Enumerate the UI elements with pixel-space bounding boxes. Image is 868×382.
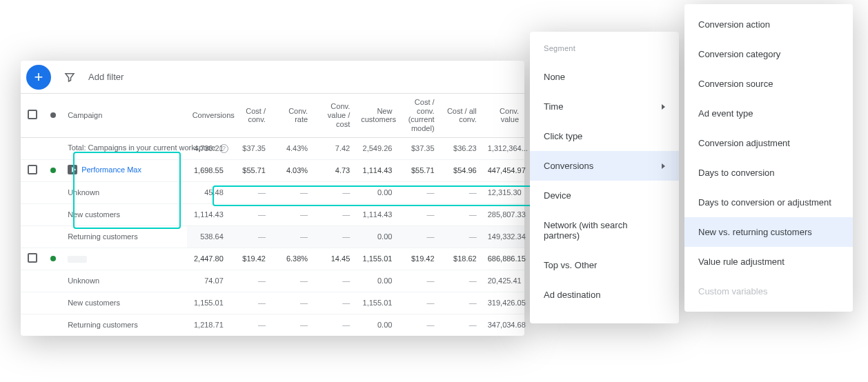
row-checkbox[interactable] — [28, 253, 37, 263]
cell: — — [397, 314, 440, 336]
menu-item-label: Top vs. Other — [544, 260, 597, 270]
col-new-customers[interactable]: New customers — [355, 94, 397, 137]
filter-bar: + Add filter — [21, 61, 524, 94]
cell: 4.03% — [271, 159, 313, 181]
submenu-item[interactable]: Conversion category — [684, 39, 853, 69]
conversions-submenu: Conversion actionConversion categoryConv… — [684, 4, 853, 312]
chevron-right-icon — [662, 104, 665, 110]
cell: 1,114.43 — [355, 203, 397, 225]
cell: 0.00 — [355, 225, 397, 248]
total-row: Total: Campaigns in your current workspa… — [21, 137, 524, 159]
menu-item-label: None — [544, 72, 565, 82]
submenu-item[interactable]: Ad event type — [684, 99, 853, 128]
pmax-icon — [68, 165, 77, 174]
submenu-item[interactable]: Conversion adjustment — [684, 128, 853, 158]
cell: 0.00 — [355, 314, 397, 336]
segment-name: Unknown — [62, 270, 186, 292]
segment-menu: Segment NoneTimeClick typeConversionsDev… — [530, 32, 679, 323]
segment-name: Unknown — [62, 181, 186, 203]
cell: — — [229, 181, 271, 203]
cell: — — [229, 225, 271, 248]
select-all-checkbox[interactable] — [28, 110, 37, 119]
menu-item-label: Ad destination — [544, 290, 600, 300]
cell: — — [397, 225, 440, 248]
campaigns-table: Campaign Conversions Cost / conv. Conv. … — [21, 94, 524, 336]
col-conversions[interactable]: Conversions — [187, 94, 229, 137]
cell: — — [271, 314, 313, 336]
submenu-item[interactable]: New vs. returning customers — [684, 217, 853, 247]
cell: 1,114.43 — [355, 159, 397, 181]
campaign-row[interactable]: Performance Max1,698.55$55.714.03%4.731,… — [21, 159, 524, 181]
cell: — — [440, 314, 482, 336]
add-button[interactable]: + — [26, 65, 51, 90]
cell: 1,312,364... — [482, 137, 524, 159]
submenu-item[interactable]: Value rule adjustment — [684, 247, 853, 277]
cell: $36.23 — [440, 137, 482, 159]
menu-item-label: Days to conversion — [698, 168, 775, 178]
col-cost-all-conv[interactable]: Cost / all conv. — [440, 94, 482, 137]
segment-menu-item[interactable]: Time — [530, 92, 679, 121]
cell: $19.42 — [397, 248, 440, 270]
cell: 285,807.33 — [482, 203, 524, 225]
segment-row: Returning customers538.64———0.00——149,33… — [21, 225, 524, 248]
submenu-item[interactable]: Conversion source — [684, 69, 853, 99]
menu-item-label: Conversion category — [698, 49, 780, 59]
status-dot — [50, 256, 56, 261]
submenu-item[interactable]: Conversion action — [684, 10, 853, 39]
segment-menu-item[interactable]: Top vs. Other — [530, 250, 679, 280]
cell: 7.42 — [313, 137, 355, 159]
cell: — — [271, 292, 313, 314]
campaign-row[interactable]: 2,447.80$19.426.38%14.451,155.01$19.42$1… — [21, 248, 524, 270]
cell: — — [229, 314, 271, 336]
cell: — — [229, 270, 271, 292]
segment-menu-item[interactable]: Device — [530, 181, 679, 210]
segment-row: Unknown74.07———0.00——20,425.41 — [21, 270, 524, 292]
cell: 149,332.34 — [482, 225, 524, 248]
col-conv-value[interactable]: Conv. value — [482, 94, 524, 137]
segment-row: Unknown45.48———0.00——12,315.30 — [21, 181, 524, 203]
submenu-item[interactable]: Days to conversion — [684, 158, 853, 188]
cell: 4.43% — [271, 137, 313, 159]
cell: 12,315.30 — [482, 181, 524, 203]
cell: — — [313, 292, 355, 314]
filter-icon[interactable] — [63, 71, 76, 83]
cell: $37.35 — [397, 137, 440, 159]
segment-menu-item[interactable]: Network (with search partners) — [530, 210, 679, 250]
menu-item-label: Conversions — [544, 161, 593, 171]
col-conv-rate[interactable]: Conv. rate — [271, 94, 313, 137]
menu-item-label: Network (with search partners) — [544, 220, 665, 241]
segment-menu-item[interactable]: Ad destination — [530, 280, 679, 310]
cell: 6.38% — [271, 248, 313, 270]
cell: — — [397, 181, 440, 203]
cell: $55.71 — [397, 159, 440, 181]
segment-name: New customers — [62, 203, 186, 225]
segment-menu-item[interactable]: Conversions — [530, 151, 679, 181]
cell: — — [440, 292, 482, 314]
segment-menu-item[interactable]: None — [530, 62, 679, 92]
campaign-name[interactable] — [68, 254, 87, 263]
cell: — — [440, 225, 482, 248]
cell: $18.62 — [440, 248, 482, 270]
submenu-item[interactable]: Days to conversion or adjustment — [684, 188, 853, 217]
segment-name: New customers — [62, 292, 186, 314]
menu-item-label: Custom variables — [698, 286, 767, 296]
cell: — — [271, 181, 313, 203]
campaign-name[interactable]: Performance Max — [68, 165, 141, 174]
add-filter-link[interactable]: Add filter — [88, 72, 124, 82]
cell: — — [440, 270, 482, 292]
cell: 686,886.15 — [482, 248, 524, 270]
col-cost-per-conv[interactable]: Cost / conv. — [229, 94, 271, 137]
cell: — — [313, 314, 355, 336]
menu-item-label: Value rule adjustment — [698, 257, 785, 267]
col-conv-value-cost[interactable]: Conv. value / cost — [313, 94, 355, 137]
cell: 447,454.97 — [482, 159, 524, 181]
col-campaign[interactable]: Campaign — [62, 94, 186, 137]
row-checkbox[interactable] — [28, 165, 37, 174]
cell: 1,218.71 — [187, 314, 229, 336]
cell: — — [271, 270, 313, 292]
menu-item-label: New vs. returning customers — [698, 227, 812, 237]
col-cost-conv-model[interactable]: Cost / conv. (current model) — [397, 94, 440, 137]
segment-menu-item[interactable]: Click type — [530, 121, 679, 151]
cell: — — [313, 181, 355, 203]
cell: — — [313, 225, 355, 248]
